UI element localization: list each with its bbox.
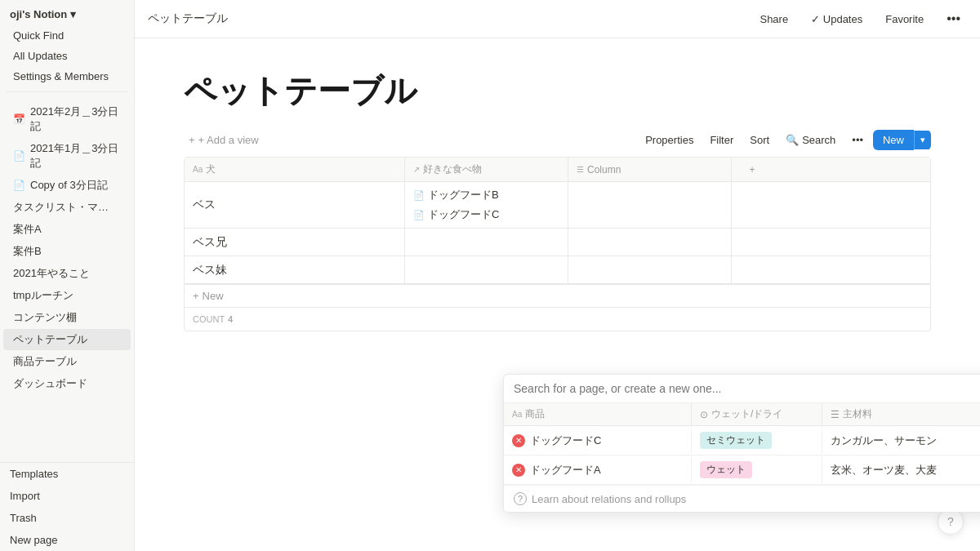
updates-button[interactable]: ✓ Updates <box>804 10 869 29</box>
data-table: Aa 犬 ↗ 好きな食べ物 ☰ Column + ベス <box>184 157 931 331</box>
view-options: Properties Filter Sort 🔍 Search ••• <box>639 130 931 150</box>
sidebar-trash[interactable]: Trash <box>0 507 134 529</box>
sidebar-item-content-shelf[interactable]: コンテンツ棚 <box>3 307 131 328</box>
breadcrumb: ペットテーブル <box>148 11 228 26</box>
cell-food-3 <box>405 256 568 283</box>
workspace-label: oji's Notion <box>10 8 67 20</box>
sidebar-item-all-updates[interactable]: All Updates <box>3 47 131 65</box>
sidebar-item-case-b[interactable]: 案件B <box>3 241 131 262</box>
relation-table-header: Aa 商品 ⊙ ウェット/ドライ ☰ 主材料 # 価格 <box>504 403 980 426</box>
sidebar: oji's Notion ▾ Quick Find All Updates Se… <box>0 0 135 551</box>
sidebar-item-task-list[interactable]: タスクリスト・マ… <box>3 197 131 218</box>
sidebar-divider <box>7 91 127 92</box>
wetdry-badge-1: セミウェット <box>700 432 772 449</box>
search-button[interactable]: 🔍 Search <box>779 131 842 149</box>
topbar-actions: Share ✓ Updates Favorite ••• <box>753 8 967 29</box>
grid-icon-col: ☰ <box>577 165 584 174</box>
file-icon-1: 📄 <box>413 190 425 201</box>
workspace-header[interactable]: oji's Notion ▾ <box>0 0 134 25</box>
favorite-button[interactable]: Favorite <box>879 10 930 29</box>
share-button[interactable]: Share <box>753 10 795 29</box>
diary-jan-icon: 📄 <box>13 150 25 162</box>
sidebar-templates[interactable]: Templates <box>0 463 134 485</box>
page-content: ペットテーブル + + Add a view Properties Filter… <box>135 38 980 551</box>
relation-search-bar: In 📄 商品テーブル <box>504 375 980 403</box>
sidebar-item-pet-table[interactable]: ペットテーブル <box>3 329 131 350</box>
arrow-icon-food: ↗ <box>413 165 420 174</box>
cell-extra-1 <box>732 182 930 228</box>
sidebar-item-tmp-lechen[interactable]: tmpルーチン <box>3 285 131 306</box>
plus-icon: + <box>189 134 195 146</box>
cell-food-2 <box>405 229 568 256</box>
food-item: 📄 ドッグフードC <box>413 207 499 223</box>
plus-icon-new-row: + <box>193 290 199 302</box>
count-row: COUNT 4 <box>185 307 930 331</box>
search-icon: 🔍 <box>786 134 799 146</box>
add-new-row-button[interactable]: + New <box>185 284 930 307</box>
rtd-wetdry-2: ウェット <box>692 456 822 483</box>
sidebar-item-dashboard[interactable]: ダッシュボード <box>3 373 131 394</box>
food-item: 📄 ドッグフードB <box>413 187 499 203</box>
remove-relation-button-1[interactable]: ✕ <box>512 434 525 447</box>
new-record-button[interactable]: New <box>873 130 914 150</box>
rtd-product-1: ✕ ドッグフードC <box>504 429 692 453</box>
sidebar-item-settings[interactable]: Settings & Members <box>3 67 131 86</box>
sidebar-import[interactable]: Import <box>0 485 134 507</box>
col-header-add[interactable]: + <box>732 158 773 181</box>
cell-extra-2 <box>732 229 930 256</box>
new-record-chevron[interactable]: ▾ <box>914 131 931 149</box>
aa-icon-dog: Aa <box>193 165 203 174</box>
cell-food-1: 📄 ドッグフードB 📄 ドッグフードC <box>405 182 568 228</box>
table-row[interactable]: ベス兄 <box>185 229 930 256</box>
table-more-button[interactable]: ••• <box>845 131 870 149</box>
sidebar-item-quick-find[interactable]: Quick Find <box>3 26 131 45</box>
col-header-col[interactable]: ☰ Column <box>568 158 732 181</box>
rtd-ingredient-1: カンガルー、サーモン <box>822 429 980 453</box>
relation-popup: In 📄 商品テーブル Aa 商品 ⊙ ウェット/ <box>503 374 980 513</box>
filter-button[interactable]: Filter <box>703 131 740 149</box>
sidebar-item-todo-2021[interactable]: 2021年やること <box>3 263 131 284</box>
sidebar-item-product-table[interactable]: 商品テーブル <box>3 351 131 372</box>
file-icon-2: 📄 <box>413 210 425 220</box>
cell-extra-3 <box>732 256 930 283</box>
sidebar-item-diary-2021-feb[interactable]: 📅 2021年2月＿3分日記 <box>3 101 131 137</box>
new-button-group: New ▾ <box>873 130 931 150</box>
diary-feb-icon: 📅 <box>13 113 25 125</box>
rtd-wetdry-1: セミウェット <box>692 427 822 454</box>
rtd-product-2: ✕ ドッグフードA <box>504 458 692 482</box>
relation-footer: ? Learn about relations and rollups <box>504 485 980 512</box>
more-options-button[interactable]: ••• <box>940 8 967 29</box>
col-header-dog[interactable]: Aa 犬 <box>185 158 405 181</box>
relation-row[interactable]: ✕ ドッグフードA ウェット 玄米、オーツ麦、大麦 ¥3,000 <box>504 455 980 485</box>
rtd-ingredient-2: 玄米、オーツ麦、大麦 <box>822 458 980 482</box>
list-icon: ☰ <box>831 409 840 420</box>
relation-row[interactable]: ✕ ドッグフードC セミウェット カンガルー、サーモン ¥2,000 <box>504 426 980 455</box>
remove-relation-button-2[interactable]: ✕ <box>512 464 525 477</box>
cell-dog-3: ベス妹 <box>185 256 405 283</box>
sidebar-item-copy-diary[interactable]: 📄 Copy of 3分日記 <box>3 175 131 196</box>
relation-search-input[interactable] <box>514 382 980 395</box>
page-title: ペットテーブル <box>184 71 931 110</box>
sort-button[interactable]: Sort <box>743 131 776 149</box>
rth-wetdry: ⊙ ウェット/ドライ <box>692 403 822 425</box>
cell-col-1 <box>568 182 732 228</box>
view-toolbar: + + Add a view Properties Filter Sort 🔍 … <box>184 130 931 150</box>
table-row[interactable]: ベス妹 <box>185 256 930 284</box>
sidebar-item-diary-2021-jan[interactable]: 📄 2021年1月＿3分日記 <box>3 138 131 174</box>
help-icon: ? <box>514 492 527 505</box>
sidebar-bottom: Templates Import Trash New page <box>0 462 134 551</box>
main-panel: ペットテーブル Share ✓ Updates Favorite ••• ペット… <box>135 0 980 551</box>
wetdry-badge-2: ウェット <box>700 461 752 478</box>
cell-dog-1: ベス <box>185 182 405 228</box>
col-header-food[interactable]: ↗ 好きな食べ物 <box>405 158 568 181</box>
topbar: ペットテーブル Share ✓ Updates Favorite ••• <box>135 0 980 38</box>
table-row[interactable]: ベス 📄 ドッグフードB 📄 ドッグフードC <box>185 182 930 229</box>
copy-diary-icon: 📄 <box>13 180 25 191</box>
add-view-button[interactable]: + + Add a view <box>184 131 264 149</box>
cell-col-3 <box>568 256 732 283</box>
sidebar-item-case-a[interactable]: 案件A <box>3 219 131 240</box>
sidebar-new-page[interactable]: New page <box>0 529 134 551</box>
properties-button[interactable]: Properties <box>639 131 700 149</box>
workspace-chevron: ▾ <box>70 8 76 20</box>
aa-icon-product: Aa <box>512 410 522 419</box>
